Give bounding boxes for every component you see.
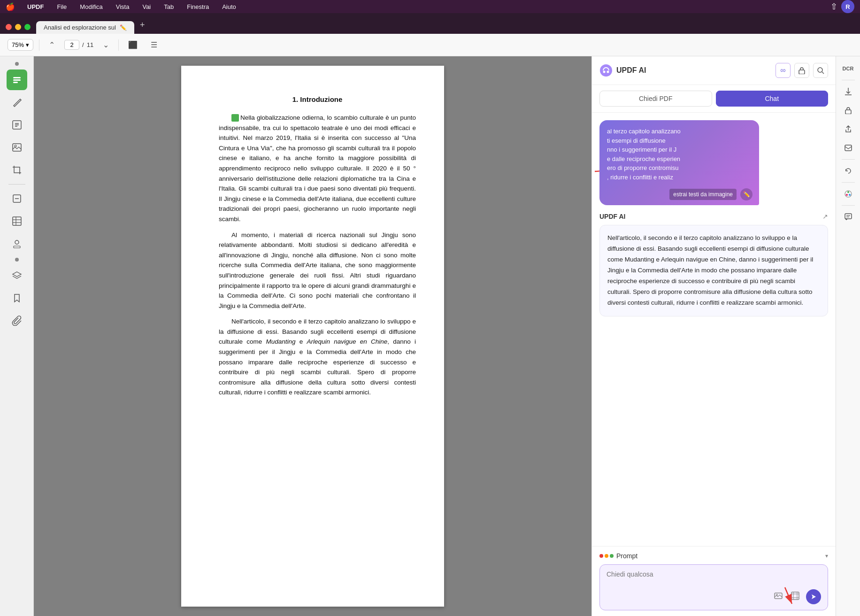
prompt-header: Prompt ▾ xyxy=(599,552,828,560)
page-input[interactable] xyxy=(64,40,79,50)
prompt-title: Prompt xyxy=(599,552,637,560)
next-page-button[interactable]: ⌄ xyxy=(99,38,113,51)
maximize-button[interactable] xyxy=(24,24,31,30)
menubar: 🍎 UPDF File Modifica Vista Vai Tab Fines… xyxy=(0,0,860,13)
page-sep: / xyxy=(82,41,84,48)
undo-button[interactable] xyxy=(840,162,857,179)
pdf-paragraph-3: Nell'articolo, il secondo e il terzo cap… xyxy=(219,316,416,398)
sidebar-dot-2 xyxy=(15,258,19,262)
chat-input-area xyxy=(599,564,828,610)
mail-button[interactable] xyxy=(840,139,857,156)
lock-pdf-button[interactable] xyxy=(840,102,857,119)
ai-lock-button[interactable] xyxy=(794,63,809,78)
zoom-control[interactable]: 75% ▾ xyxy=(8,39,33,51)
add-tab-button[interactable]: + xyxy=(136,18,149,32)
menu-updf[interactable]: UPDF xyxy=(24,2,46,11)
ai-export-button[interactable]: ↗ xyxy=(822,213,828,220)
ai-response-title: UPDF AI xyxy=(599,213,625,220)
pdf-paragraph-1: Nella globalizzazione odierna, lo scambi… xyxy=(219,113,416,224)
send-button[interactable] xyxy=(806,589,821,604)
extract-text-label[interactable]: estrai testi da immagine xyxy=(669,189,737,200)
edit-message-button[interactable]: ✏️ xyxy=(740,188,752,200)
user-message-actions: estrai testi da immagine ✏️ xyxy=(669,188,752,200)
right-sidebar: DCR xyxy=(836,56,860,616)
chat-input[interactable] xyxy=(607,570,821,585)
prev-page-button[interactable]: ⌃ xyxy=(45,38,59,51)
view-mode-button[interactable]: ☰ xyxy=(147,38,161,51)
menu-vista[interactable]: Vista xyxy=(113,2,132,11)
comments-button[interactable] xyxy=(840,208,857,225)
svg-point-18 xyxy=(603,71,606,73)
sidebar-btn-crop[interactable] xyxy=(7,160,27,180)
svg-point-17 xyxy=(600,64,612,77)
ai-infinity-button[interactable]: ∞ xyxy=(776,63,791,78)
svg-rect-0 xyxy=(13,77,21,78)
section-title: 1. Introduzione xyxy=(219,94,416,105)
svg-point-37 xyxy=(847,191,849,193)
toolbar-divider-1 xyxy=(39,39,39,51)
svg-point-36 xyxy=(849,194,851,196)
ai-search-button[interactable] xyxy=(813,63,828,78)
ai-header: UPDF AI ∞ xyxy=(592,56,836,85)
ai-assistant-button[interactable] xyxy=(840,185,857,202)
crop-button[interactable] xyxy=(789,590,801,604)
tab-chiedi-pdf[interactable]: Chiedi PDF xyxy=(599,91,712,107)
menu-tab[interactable]: Tab xyxy=(161,2,177,11)
share-button[interactable] xyxy=(840,121,857,138)
sidebar-btn-stamp[interactable] xyxy=(7,233,27,254)
presentation-button[interactable]: ⬛ xyxy=(124,38,141,51)
sidebar-btn-bookmarks[interactable] xyxy=(7,288,27,308)
active-tab[interactable]: Analisi ed esplorazione sul ✏️ xyxy=(36,21,134,34)
svg-rect-38 xyxy=(845,214,852,219)
svg-rect-1 xyxy=(13,79,21,81)
ocr-button[interactable]: DCR xyxy=(840,60,857,77)
sidebar-btn-image[interactable] xyxy=(7,137,27,158)
svg-rect-2 xyxy=(13,82,18,83)
sidebar-dot-1 xyxy=(15,62,19,66)
sidebar-btn-form[interactable] xyxy=(7,188,27,209)
menu-aiuto[interactable]: Aiuto xyxy=(219,2,239,11)
menu-modifica[interactable]: Modifica xyxy=(77,2,105,11)
menu-finestra[interactable]: Finestra xyxy=(184,2,212,11)
sidebar-btn-text[interactable] xyxy=(7,115,27,135)
prompt-label: Prompt xyxy=(616,552,637,560)
menu-vai[interactable]: Vai xyxy=(139,2,154,11)
image-attach-button[interactable] xyxy=(772,590,784,604)
prompt-chevron-icon[interactable]: ▾ xyxy=(825,553,828,559)
sidebar-btn-layers[interactable] xyxy=(7,265,27,286)
user-message-container: al terzo capitolo analizzano ti esempi d… xyxy=(599,120,828,205)
sidebar-btn-highlight[interactable] xyxy=(7,69,27,90)
main-area: 1. Introduzione Nella globalizzazione od… xyxy=(0,56,860,616)
svg-point-21 xyxy=(818,68,822,72)
pdf-paragraph-2: Al momento, i materiali di ricerca nazio… xyxy=(219,230,416,311)
svg-rect-32 xyxy=(845,110,851,114)
ai-header-actions: ∞ xyxy=(776,63,828,78)
tabbar: Analisi ed esplorazione sul ✏️ + xyxy=(0,13,860,34)
prompt-dots xyxy=(599,554,614,558)
sidebar-btn-attachments[interactable] xyxy=(7,310,27,331)
airdrop-icon: ⇧ xyxy=(830,1,837,12)
tab-chat[interactable]: Chat xyxy=(716,91,829,107)
page-total: 11 xyxy=(87,41,93,48)
sidebar-btn-table[interactable] xyxy=(7,211,27,231)
menu-file[interactable]: File xyxy=(54,2,69,11)
minimize-button[interactable] xyxy=(15,24,21,30)
svg-rect-20 xyxy=(799,70,805,74)
toolbar-divider-2 xyxy=(118,39,119,51)
ai-panel: UPDF AI ∞ xyxy=(591,56,836,616)
left-sidebar xyxy=(0,56,34,616)
svg-point-19 xyxy=(607,71,609,73)
sidebar-btn-annotation[interactable] xyxy=(7,92,27,113)
right-sep-2 xyxy=(842,159,855,160)
right-sep-1 xyxy=(842,80,855,80)
ai-response: UPDF AI ↗ Nell'articolo, il secondo e il… xyxy=(599,213,828,316)
ai-tabs: Chiedi PDF Chat xyxy=(592,85,836,113)
download-pdf-button[interactable] xyxy=(840,83,857,100)
apple-menu-icon[interactable]: 🍎 xyxy=(6,2,15,11)
user-avatar[interactable]: R xyxy=(841,0,854,13)
svg-point-35 xyxy=(846,194,848,196)
close-button[interactable] xyxy=(6,24,12,30)
tab-edit-icon[interactable]: ✏️ xyxy=(120,24,127,31)
svg-rect-27 xyxy=(791,592,799,600)
chat-input-actions xyxy=(607,589,821,604)
